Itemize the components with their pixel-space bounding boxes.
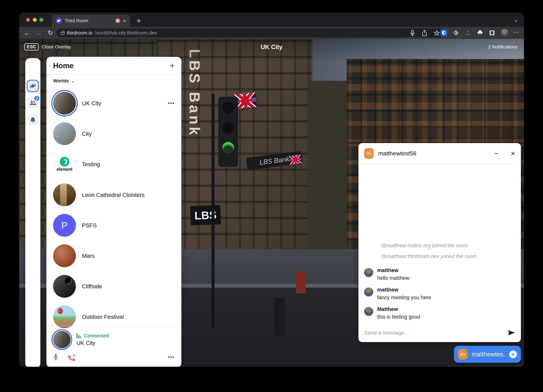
create-world-button[interactable]: + (170, 62, 175, 70)
element-logo-icon (60, 157, 69, 166)
world-name: Leon Cathedral Cloisters (82, 192, 175, 198)
extensions-area: ⋮ (440, 27, 524, 39)
window-close-button[interactable] (26, 18, 30, 22)
world-name: Testing (82, 161, 175, 168)
bitwarden-extension-icon[interactable] (440, 29, 447, 37)
world-item-cliffside[interactable]: Cliffside (46, 271, 181, 301)
send-button[interactable] (508, 330, 515, 335)
world-item-city[interactable]: City (46, 119, 181, 149)
share-icon[interactable] (422, 30, 427, 36)
chat-header: m matthewtest56 − × (358, 143, 521, 164)
world-name: UK City (82, 100, 162, 107)
world-title: UK City (19, 44, 524, 51)
world-name: Cliffside (82, 283, 175, 290)
call-controls-row: ••• (53, 351, 175, 363)
message-input[interactable] (364, 330, 504, 336)
hangup-button[interactable] (68, 353, 76, 361)
world-item-outdoor-festival[interactable]: Outdoor Festival (46, 301, 181, 332)
world-item-psfs[interactable]: P PSFS (46, 210, 181, 241)
mic-permission-icon[interactable] (410, 30, 415, 36)
send-icon (508, 330, 515, 335)
member-name: matthewtes... (472, 351, 505, 358)
chat-message: matthew fancy meeting you here (364, 287, 514, 301)
connected-world-avatar (53, 331, 71, 348)
mic-icon (53, 353, 58, 361)
rail-friends-button[interactable]: 2 (28, 97, 38, 108)
worlds-section-toggle[interactable]: Worlds ⌄ (53, 78, 74, 84)
browser-tab[interactable]: Third Room × (52, 15, 130, 27)
chat-message: Matthew this is feeling good (364, 306, 514, 320)
world-item-leon-cathedral[interactable]: Leon Cathedral Cloisters (46, 180, 181, 210)
message-text: this is feeling good (377, 314, 420, 320)
tab-title: Third Room (65, 18, 113, 23)
chat-close-button[interactable]: × (511, 149, 515, 158)
tab-recording-indicator-icon (115, 18, 120, 23)
back-button[interactable]: ← (22, 27, 32, 39)
rail-notifications-button[interactable] (28, 115, 38, 125)
world-item-testing[interactable]: element Testing (46, 149, 181, 179)
message-text: fancy meeting you here (377, 295, 431, 301)
call-more-button[interactable]: ••• (168, 354, 175, 360)
sidebar-rail: 2 (25, 58, 40, 367)
world-avatar: P (53, 214, 76, 237)
sender-name: matthew (377, 287, 431, 293)
bookmark-star-icon[interactable] (434, 30, 440, 36)
world-name: Outdoor Festival (82, 314, 175, 320)
world-item-uk-city[interactable]: UK City ••• (46, 88, 181, 119)
member-avatar: m (458, 349, 468, 360)
url-domain: thirdroom.io (67, 30, 92, 36)
dismiss-member-icon[interactable]: × (509, 351, 517, 358)
tab-search-chevron-icon[interactable]: ⌄ (514, 17, 518, 23)
planet-icon (29, 83, 36, 89)
sender-name: Matthew (377, 306, 420, 312)
window-zoom-button[interactable] (39, 18, 43, 22)
room-event: @matthew:thirdroom.dev joined the room (381, 253, 514, 259)
notification-bell-icon (30, 117, 36, 123)
chat-title: matthewtest56 (378, 150, 490, 157)
world-avatar: element (53, 153, 76, 176)
world-avatar (53, 305, 76, 328)
tab-close-icon[interactable]: × (123, 18, 126, 24)
connection-status-label: Connected (84, 333, 109, 339)
forward-button[interactable]: → (34, 27, 43, 39)
world-viewport: LBS Bank LBS Bank LBS es (19, 39, 524, 367)
chat-message-list: @matthew:matrix.org joined the room @mat… (358, 164, 521, 323)
hangup-icon (68, 353, 76, 361)
browser-toolbar: ← → ↻ thirdroom.io /world/#uk-city:third… (19, 27, 524, 39)
scene-parking-meter (274, 298, 285, 336)
extension-recycle-icon[interactable] (464, 29, 472, 37)
url-bar[interactable]: thirdroom.io /world/#uk-city:thirdroom.d… (57, 28, 444, 37)
home-panel-header: Home + (46, 57, 181, 75)
url-path: /world/#uk-city:thirdroom.dev (95, 30, 408, 36)
rail-home-worlds-button[interactable] (28, 80, 38, 91)
chat-minimize-button[interactable]: − (494, 149, 499, 158)
chevron-down-icon: ⌄ (71, 78, 74, 84)
browser-window: Third Room × + ⌄ ← → ↻ thirdroom.io /wor… (19, 13, 524, 367)
world-avatar (53, 275, 76, 298)
message-text: hello matthew (377, 275, 409, 281)
chat-input-row (358, 323, 521, 342)
side-panel-icon[interactable] (488, 29, 496, 37)
chat-window: m matthewtest56 − × @matthew:matrix.org … (358, 143, 521, 342)
world-name: City (82, 131, 175, 137)
chat-message: matthew hello matthew (364, 267, 514, 281)
window-minimize-button[interactable] (33, 18, 37, 22)
active-member-pill[interactable]: m matthewtes... × (454, 346, 521, 363)
world-item-mars[interactable]: Mars (46, 241, 181, 271)
world-more-button[interactable]: ••• (168, 100, 175, 106)
browser-profile-avatar[interactable] (500, 29, 509, 37)
scene-lbs-sign: LBS (190, 205, 221, 225)
new-tab-button[interactable]: + (136, 16, 141, 26)
connection-status-row[interactable]: Connected UK City (53, 331, 109, 348)
extensions-puzzle-icon[interactable] (476, 29, 484, 37)
lock-icon (61, 32, 64, 35)
reload-button[interactable]: ↻ (46, 27, 55, 39)
mute-mic-button[interactable] (53, 353, 58, 361)
extension-diamond-icon[interactable] (452, 29, 460, 37)
home-panel-title: Home (53, 62, 170, 70)
chat-avatar: m (364, 148, 374, 159)
sender-avatar (364, 268, 373, 277)
browser-menu-icon[interactable]: ⋮ (513, 30, 519, 36)
world-avatar (53, 92, 76, 115)
notifications-indicator[interactable]: 2 Notifications (488, 44, 518, 50)
